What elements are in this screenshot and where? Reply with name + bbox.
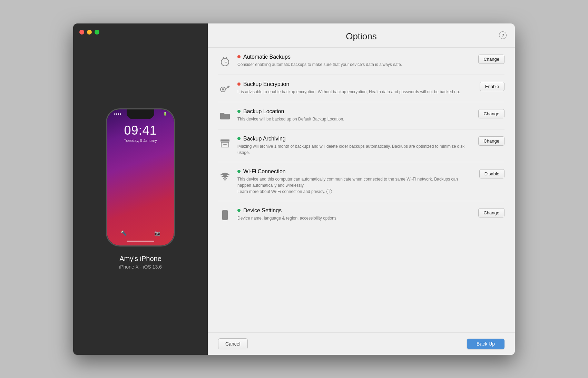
svg-point-13 [224,179,226,181]
svg-rect-10 [220,139,229,142]
phone-frame: ●●●● 🔋 09:41 Tuesday, 9 January 🔦 📷 [106,108,175,246]
device-settings-desc: Device name, language & region, accessib… [237,215,472,221]
backup-location-title-row: Backup Location [237,108,473,115]
device-settings-action: Change [478,208,504,217]
phone-home-indicator [127,241,154,242]
clock-icon [218,55,232,68]
backup-location-content: Backup Location This device will be back… [237,108,473,122]
help-button[interactable]: ? [499,31,507,39]
wifi-learn-more: Learn more about Wi-Fi connection and pr… [237,188,472,195]
backup-button[interactable]: Back Up [467,339,504,349]
phone-screen: ●●●● 🔋 09:41 Tuesday, 9 January 🔦 📷 [107,109,174,245]
backup-encryption-desc: It is advisable to enable backup encrypt… [237,89,472,95]
backup-archiving-status-dot [237,137,241,140]
phone-time: 09:41 Tuesday, 9 January [107,123,174,143]
svg-point-6 [222,88,224,90]
phone-status-bar: ●●●● 🔋 [114,112,167,116]
device-settings-change-button[interactable]: Change [478,208,504,217]
device-info: Amy's iPhone iPhone X - iOS 13.6 [119,255,162,270]
phone-flashlight-icon: 🔦 [121,230,127,236]
automatic-backups-action: Change [478,55,504,64]
wifi-connection-disable-button[interactable]: Disable [479,169,504,178]
phone-bottom-icons: 🔦 📷 [107,230,174,236]
svg-point-16 [225,218,226,219]
backup-encryption-enable-button[interactable]: Enable [480,82,504,91]
backup-encryption-content: Backup Encryption It is advisable to ena… [237,81,474,95]
backup-archiving-action: Change [478,136,504,146]
folder-icon [218,109,232,123]
device-name: Amy's iPhone [119,255,162,263]
phone-camera-icon: 📷 [154,230,160,236]
option-row-backup-encryption: Backup Encryption It is advisable to ena… [218,75,504,102]
backup-encryption-title: Backup Encryption [243,81,289,87]
automatic-backups-status-dot [237,55,241,58]
options-list: Automatic Backups Consider enabling auto… [208,48,515,332]
main-window: ●●●● 🔋 09:41 Tuesday, 9 January 🔦 📷 Amy' [73,23,515,355]
automatic-backups-title: Automatic Backups [243,54,291,60]
option-row-automatic-backups: Automatic Backups Consider enabling auto… [218,48,504,75]
device-settings-status-dot [237,209,241,212]
phone-date: Tuesday, 9 January [107,138,174,143]
phone-battery: 🔋 [163,112,167,116]
device-settings-title: Device Settings [243,207,282,214]
phone-icon [218,208,232,222]
backup-encryption-status-dot [237,83,241,86]
wifi-connection-status-dot [237,170,241,173]
phone-container: ●●●● 🔋 09:41 Tuesday, 9 January 🔦 📷 Amy' [106,108,175,270]
option-row-backup-location: Backup Location This device will be back… [218,102,504,129]
backup-encryption-title-row: Backup Encryption [237,81,474,87]
automatic-backups-title-row: Automatic Backups [237,54,473,60]
svg-line-4 [226,57,227,58]
phone-clock: 09:41 [107,123,174,138]
footer: Cancel Back Up [208,332,515,355]
backup-location-action: Change [478,109,504,118]
automatic-backups-desc: Consider enabling automatic backups to m… [237,61,472,68]
wifi-icon [218,169,232,183]
cancel-button[interactable]: Cancel [218,338,248,349]
info-icon[interactable]: i [326,189,332,194]
options-header: Options ? [208,23,515,48]
backup-location-title: Backup Location [243,108,284,115]
automatic-backups-content: Automatic Backups Consider enabling auto… [237,54,473,68]
device-settings-title-row: Device Settings [237,207,473,214]
backup-location-desc: This device will be backed up on Default… [237,116,472,122]
device-settings-content: Device Settings Device name, language & … [237,207,473,221]
right-panel: Options ? Automati [208,23,515,355]
page-title: Options [218,31,504,42]
archive-icon [218,136,232,150]
automatic-backups-change-button[interactable]: Change [478,55,504,64]
wifi-connection-action: Disable [479,169,504,178]
left-panel: ●●●● 🔋 09:41 Tuesday, 9 January 🔦 📷 Amy' [73,23,208,355]
device-model: iPhone X - iOS 13.6 [119,264,162,270]
backup-archiving-change-button[interactable]: Change [478,136,504,146]
wifi-learn-more-text: Learn more about Wi-Fi connection and pr… [237,189,325,194]
backup-location-status-dot [237,110,241,113]
option-row-backup-archiving: Backup Archiving iMazing will archive 1 … [218,129,504,162]
minimize-button[interactable] [87,30,92,35]
wifi-connection-desc: This device and this computer can automa… [237,176,472,188]
backup-archiving-title: Backup Archiving [243,136,286,142]
close-button[interactable] [79,30,84,35]
wifi-connection-content: Wi-Fi Connection This device and this co… [237,168,474,195]
phone-signal: ●●●● [114,112,121,116]
backup-archiving-content: Backup Archiving iMazing will archive 1 … [237,136,473,156]
backup-location-change-button[interactable]: Change [478,109,504,118]
wifi-connection-title: Wi-Fi Connection [243,168,286,175]
svg-line-3 [223,57,224,58]
backup-encryption-action: Enable [480,82,504,91]
option-row-device-settings: Device Settings Device name, language & … [218,201,504,228]
traffic-lights [79,30,99,35]
key-icon [218,82,232,96]
option-row-wifi-connection: Wi-Fi Connection This device and this co… [218,162,504,201]
backup-archiving-desc: iMazing will archive 1 month of backups … [237,143,472,156]
maximize-button[interactable] [95,30,99,35]
wifi-connection-title-row: Wi-Fi Connection [237,168,474,175]
backup-archiving-title-row: Backup Archiving [237,136,473,142]
